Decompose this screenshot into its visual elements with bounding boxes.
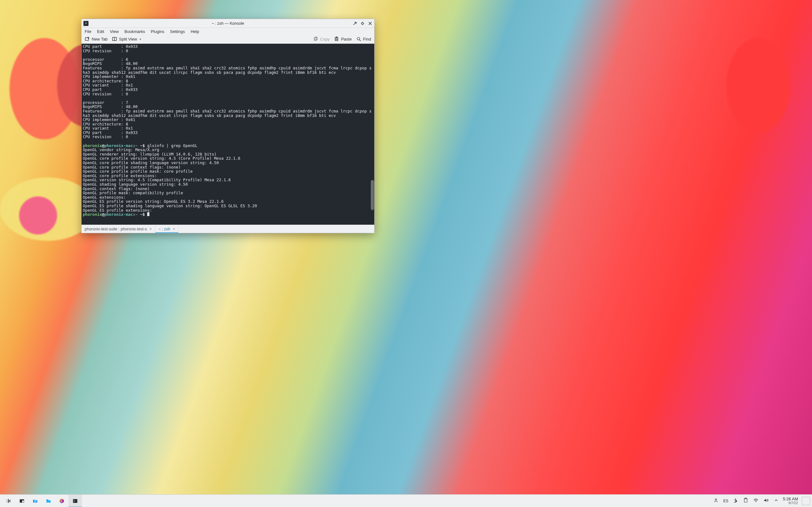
konsole-taskbar-icon [72, 498, 78, 504]
paste-button[interactable]: Paste [334, 37, 351, 42]
close-button[interactable] [368, 21, 372, 26]
new-tab-icon [85, 37, 90, 42]
show-desktop-button[interactable] [802, 497, 810, 505]
svg-point-19 [715, 499, 717, 500]
svg-point-12 [7, 502, 8, 502]
maximize-button[interactable] [360, 21, 365, 26]
terminal[interactable]: CPU part : 0x033 CPU revision : 0 proces… [82, 44, 374, 225]
menu-file[interactable]: File [85, 29, 91, 34]
paste-icon [334, 37, 339, 42]
clipboard-icon[interactable] [743, 498, 749, 504]
toolbar: New Tab Split View ▾ Copy Paste Find [82, 35, 374, 44]
new-tab-button[interactable]: New Tab [85, 37, 107, 42]
paste-label: Paste [341, 37, 351, 42]
find-label: Find [363, 37, 371, 42]
svg-rect-9 [8, 499, 9, 503]
menubar: File Edit View Bookmarks Plugins Setting… [82, 28, 374, 35]
input-method-indicator[interactable]: ES [723, 499, 728, 503]
activities-icon [19, 498, 25, 504]
close-icon[interactable]: × [149, 227, 152, 231]
close-icon[interactable]: × [173, 227, 175, 231]
dolphin-button[interactable] [42, 495, 55, 507]
tab-phoronix-test-suite[interactable]: phoronix-test-suite : phoronix-test-s × [82, 225, 155, 233]
settings-folder-icon [32, 498, 38, 504]
chevron-down-icon: ▾ [140, 38, 141, 41]
svg-point-22 [756, 502, 757, 503]
window-title: ~ : zsh — Konsole [82, 21, 374, 26]
tab-label: ~ : zsh [159, 227, 170, 231]
terminal-output-cpuinfo: CPU part : 0x033 CPU revision : 0 proces… [83, 44, 372, 139]
menu-plugins[interactable]: Plugins [151, 29, 164, 34]
clock-time: 5:26 AM [783, 497, 798, 501]
split-view-label: Split View [119, 37, 137, 42]
svg-line-8 [359, 40, 361, 41]
app-launcher-button[interactable] [2, 495, 15, 507]
copy-label: Copy [320, 37, 329, 42]
system-settings-button[interactable] [29, 495, 42, 507]
volume-icon[interactable] [763, 498, 769, 504]
minimize-button[interactable] [353, 21, 357, 26]
svg-rect-16 [46, 499, 48, 500]
konsole-icon: > [84, 21, 89, 26]
kde-logo-icon [6, 498, 11, 504]
firefox-icon [59, 498, 65, 504]
new-tab-label: New Tab [92, 37, 107, 42]
menu-edit[interactable]: Edit [97, 29, 104, 34]
taskbar: ES 5:26 AM 9/7/22 [0, 494, 812, 507]
copy-button[interactable]: Copy [313, 37, 329, 42]
bluetooth-icon[interactable] [733, 498, 739, 504]
split-view-icon [112, 37, 117, 42]
konsole-window: > ~ : zsh — Konsole File Edit View Bookm… [81, 19, 374, 233]
terminal-output-glxinfo: OpenGL vendor string: Mesa/X.org OpenGL … [83, 147, 257, 212]
svg-point-10 [7, 499, 8, 500]
titlebar[interactable]: > ~ : zsh — Konsole [82, 19, 374, 28]
clock[interactable]: 5:26 AM 9/7/22 [781, 497, 800, 505]
search-icon [356, 37, 361, 42]
task-manager-button[interactable] [15, 495, 29, 507]
svg-point-11 [6, 501, 7, 501]
konsole-taskbar-button[interactable] [68, 495, 82, 507]
svg-point-7 [357, 38, 360, 40]
split-view-button[interactable]: Split View ▾ [112, 37, 141, 42]
tray-expand-icon[interactable] [773, 498, 779, 504]
tab-label: phoronix-test-suite : phoronix-test-s [85, 227, 147, 231]
copy-icon [313, 37, 318, 42]
svg-rect-18 [73, 499, 78, 503]
menu-bookmarks[interactable]: Bookmarks [124, 29, 145, 34]
folder-icon [46, 498, 51, 504]
system-tray: ES [713, 498, 781, 504]
find-button[interactable]: Find [356, 37, 371, 42]
menu-help[interactable]: Help [191, 29, 199, 34]
terminal-scrollbar[interactable] [371, 180, 374, 210]
terminal-cursor [147, 212, 149, 216]
firefox-button[interactable] [55, 495, 68, 507]
tab-strip: phoronix-test-suite : phoronix-test-s × … [82, 225, 374, 233]
user-switcher-icon[interactable] [713, 498, 719, 504]
wifi-icon[interactable] [753, 498, 759, 504]
menu-view[interactable]: View [110, 29, 119, 34]
menu-settings[interactable]: Settings [170, 29, 185, 34]
clock-date: 9/7/22 [783, 501, 798, 505]
tab-zsh[interactable]: ~ : zsh × [155, 225, 179, 233]
svg-rect-14 [22, 500, 24, 502]
